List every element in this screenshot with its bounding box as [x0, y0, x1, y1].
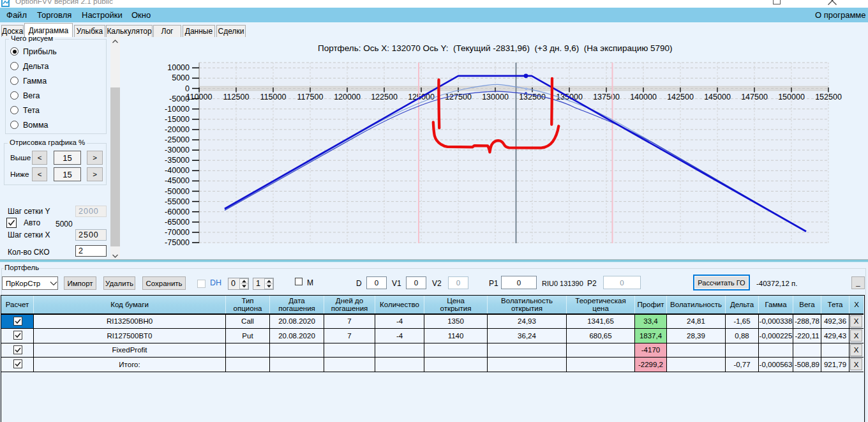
- svg-text:145000: 145000: [704, 93, 731, 102]
- svg-text:-10000: -10000: [165, 105, 190, 114]
- svg-text:-40000: -40000: [165, 166, 190, 175]
- svg-text:5000: 5000: [172, 73, 190, 82]
- svg-text:-60000: -60000: [165, 207, 190, 216]
- svg-text:127500: 127500: [445, 93, 472, 102]
- svg-text:10000: 10000: [167, 63, 190, 72]
- svg-text:-65000: -65000: [165, 218, 190, 227]
- svg-text:-50000: -50000: [165, 187, 190, 196]
- svg-text:-45000: -45000: [165, 176, 190, 185]
- svg-text:0: 0: [185, 84, 190, 93]
- svg-text:147500: 147500: [741, 93, 768, 102]
- svg-text:-20000: -20000: [165, 125, 190, 134]
- svg-text:117500: 117500: [297, 93, 324, 102]
- svg-text:-35000: -35000: [165, 156, 190, 165]
- svg-text:110000: 110000: [186, 93, 213, 102]
- svg-text:130000: 130000: [482, 93, 509, 102]
- svg-text:-70000: -70000: [165, 228, 190, 237]
- svg-text:140000: 140000: [630, 93, 657, 102]
- svg-text:-75000: -75000: [165, 238, 190, 247]
- svg-text:132500: 132500: [519, 93, 546, 102]
- svg-text:135000: 135000: [556, 93, 583, 102]
- svg-text:152500: 152500: [815, 93, 842, 102]
- svg-text:120000: 120000: [334, 93, 361, 102]
- svg-text:-15000: -15000: [165, 115, 190, 124]
- svg-text:125000: 125000: [408, 93, 435, 102]
- svg-text:122500: 122500: [371, 93, 398, 102]
- svg-text:137500: 137500: [593, 93, 620, 102]
- svg-text:-25000: -25000: [165, 135, 190, 144]
- svg-text:-30000: -30000: [165, 146, 190, 154]
- svg-text:115000: 115000: [260, 93, 287, 102]
- svg-text:-55000: -55000: [165, 197, 190, 206]
- svg-text:150000: 150000: [778, 93, 805, 102]
- svg-text:142500: 142500: [667, 93, 694, 102]
- svg-text:112500: 112500: [223, 93, 250, 102]
- svg-text:-5000: -5000: [169, 94, 190, 103]
